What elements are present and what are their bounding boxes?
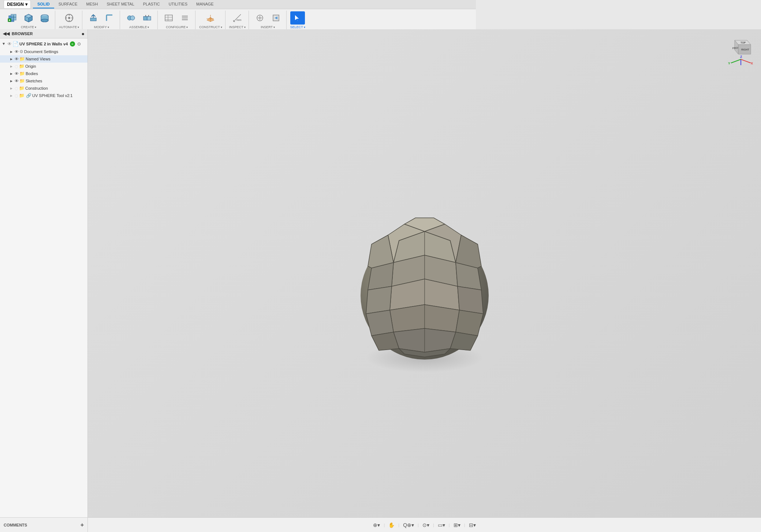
cursor-icon[interactable]	[290, 11, 305, 25]
svg-rect-26	[143, 16, 147, 20]
tab-manage[interactable]: MANAGE	[192, 0, 218, 8]
tree-arrow-3[interactable]: ▶	[9, 71, 14, 76]
folder-icon-4: 📁	[19, 78, 25, 83]
svg-rect-21	[90, 18, 96, 21]
tree-label-3: Bodies	[26, 71, 38, 76]
design-label: DESIGN	[7, 2, 24, 7]
tree-arrow-4[interactable]: ▶	[9, 78, 14, 83]
svg-point-12	[41, 19, 48, 22]
tree-label-0: Document Settings	[24, 49, 58, 54]
visibility-icon-4[interactable]: 👁	[15, 79, 19, 83]
toolbar-section-modify: MODIFY▾	[83, 11, 120, 30]
tree-label-1: Named Views	[26, 57, 51, 61]
toolbar-label-configure[interactable]: CONFIGURE▾	[166, 25, 188, 29]
toolbar-label-modify[interactable]: MODIFY▾	[94, 25, 109, 29]
svg-text:mm: mm	[236, 18, 242, 22]
toolbar-section-insert: INSERT▾	[250, 11, 287, 30]
visibility-icon-3[interactable]: 👁	[15, 71, 19, 76]
tree-item-document-settings[interactable]: ▶ 👁 ⚙ Document Settings	[0, 48, 87, 55]
tab-mesh[interactable]: MESH	[82, 0, 102, 8]
toolbar-label-construct[interactable]: CONSTRUCT▾	[199, 25, 222, 29]
fillet-icon[interactable]	[102, 11, 117, 25]
tree-label-4: Sketches	[26, 79, 42, 83]
plane-icon[interactable]	[203, 11, 218, 25]
toolbar-section-configure: CONFIGURE▾	[158, 11, 195, 30]
automate-icon[interactable]	[62, 11, 77, 25]
tree-item-sketches[interactable]: ▶ 👁 📁 Sketches	[0, 77, 87, 85]
visibility-icon-1[interactable]: 👁	[15, 57, 19, 61]
tree-item-named-views[interactable]: ▶ 👁 📁 Named Views	[0, 55, 87, 63]
tree-label-6: UV SPHERE Tool v2:1	[32, 93, 72, 98]
toolbar-section-select: SELECT▾	[287, 11, 308, 30]
tree-label-5: Construction	[25, 86, 48, 90]
toolbar-section-construct: CONSTRUCT▾	[196, 11, 225, 30]
browser-title: BROWSER	[12, 31, 33, 36]
folder-icon-6: 📁	[19, 93, 25, 98]
box-icon[interactable]	[21, 11, 36, 25]
component-link-icon: 🔗	[26, 93, 31, 98]
toolbar-label-select[interactable]: SELECT▾	[290, 25, 305, 29]
toolbar-section-inspect: mmINSPECT▾	[226, 11, 249, 30]
measure-icon[interactable]: mm	[230, 11, 245, 25]
svg-rect-27	[147, 16, 151, 20]
svg-rect-30	[165, 15, 172, 21]
root-target-icon[interactable]: ⊙	[77, 41, 81, 46]
toolbar-label-insert[interactable]: INSERT▾	[261, 25, 275, 29]
assemble-icon[interactable]	[140, 11, 154, 25]
svg-marker-74	[366, 286, 392, 314]
toolbar-section-automate: AUTOMATE▾	[56, 11, 82, 30]
tree-arrow-2[interactable]: ▶	[9, 64, 14, 69]
insert1-icon[interactable]	[253, 11, 267, 25]
visibility-icon-6[interactable]: ◌	[15, 93, 18, 98]
push-pull-icon[interactable]	[86, 11, 101, 25]
toolbar-label-assemble[interactable]: ASSEMBLE▾	[129, 25, 149, 29]
insert2-icon[interactable]	[269, 11, 283, 25]
tab-plastic[interactable]: PLASTIC	[139, 0, 164, 8]
table-icon[interactable]	[161, 11, 176, 25]
root-badge-green: K	[70, 41, 75, 46]
tab-surface[interactable]: SURFACE	[54, 0, 82, 8]
toolbar-label-automate[interactable]: AUTOMATE▾	[59, 25, 79, 29]
list-icon[interactable]	[178, 11, 192, 25]
svg-point-16	[68, 17, 70, 19]
tab-sheet-metal[interactable]: SHEET METAL	[102, 0, 138, 8]
tree-item-uv-sphere-tool-v2:1[interactable]: ▶ ◌ 📁 🔗 UV SPHERE Tool v2:1	[0, 92, 87, 99]
tree-label-2: Origin	[25, 64, 36, 68]
tab-solid[interactable]: SOLID	[33, 0, 54, 8]
tree-arrow-1[interactable]: ▶	[9, 56, 14, 62]
svg-marker-49	[295, 14, 300, 22]
root-component-icon: 📄	[12, 41, 19, 47]
tree-arrow-0[interactable]: ▶	[9, 49, 14, 54]
folder-icon-5: 📁	[19, 86, 25, 91]
toolbar-label-inspect[interactable]: INSPECT▾	[229, 25, 246, 29]
cylinder-icon[interactable]	[37, 11, 52, 25]
new-component-icon[interactable]	[5, 11, 20, 25]
root-visibility-icon[interactable]: 👁	[7, 41, 12, 46]
toolbar-label-create[interactable]: CREATE▾	[21, 25, 36, 29]
browser-collapse-icon[interactable]: ◀◀	[3, 31, 10, 36]
folder-icon-3: 📁	[19, 71, 25, 76]
visibility-icon-2[interactable]: ◌	[15, 64, 18, 69]
tree-arrow-6[interactable]: ▶	[9, 93, 14, 98]
tree-item-origin[interactable]: ▶ ◌ 📁 Origin	[0, 63, 87, 70]
browser-close-icon[interactable]: ●	[82, 31, 85, 37]
folder-icon-1: 📁	[19, 56, 25, 62]
svg-marker-73	[458, 286, 476, 314]
design-button[interactable]: DESIGN ▾	[4, 0, 31, 9]
root-label: UV SPHERE 2 in Walls v4	[19, 42, 68, 46]
svg-marker-77	[366, 310, 393, 334]
svg-marker-76	[456, 310, 476, 334]
tree-item-bodies[interactable]: ▶ 👁 📁 Bodies	[0, 70, 87, 77]
visibility-icon-0[interactable]: 👁	[15, 49, 19, 54]
tab-utilities[interactable]: UTILITIES	[164, 0, 192, 8]
tree-item-construction[interactable]: ▶ ◌ 📁 Construction	[0, 85, 87, 92]
visibility-icon-5[interactable]: ◌	[15, 86, 18, 91]
folder-icon-2: 📁	[19, 64, 25, 69]
tree-root-arrow[interactable]: ▶	[1, 41, 7, 46]
svg-point-25	[130, 16, 135, 20]
3d-viewport[interactable]	[315, 164, 476, 334]
tree-arrow-5[interactable]: ▶	[9, 86, 14, 91]
toolbar-section-assemble: ASSEMBLE▾	[121, 11, 158, 30]
joint-icon[interactable]	[124, 11, 138, 25]
tree-root-item[interactable]: ▶ 👁 📄 UV SPHERE 2 in Walls v4 K ⊙	[0, 40, 87, 48]
